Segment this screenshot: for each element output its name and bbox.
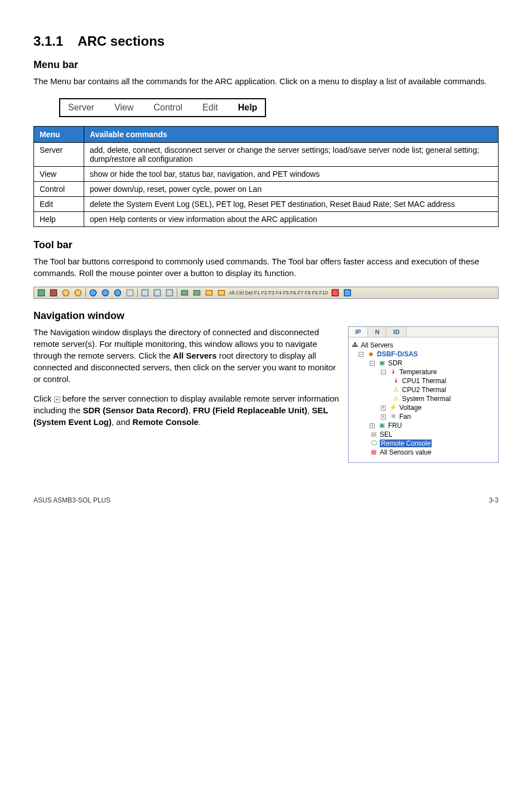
row-desc: add, delete, connect, disconnect server …	[84, 143, 499, 167]
all-servers-bold: All Servers	[173, 351, 216, 360]
table-row: Server add, delete, connect, disconnect …	[34, 143, 499, 167]
tree-node-fan[interactable]: + ✲ Fan	[351, 412, 496, 421]
table-row: Help open Help contents or view informat…	[34, 212, 499, 227]
fru-icon: ▣	[378, 422, 386, 429]
menubar-heading: Menu bar	[33, 59, 499, 71]
tree-node-all-sensors[interactable]: ▦ All Sensors value	[351, 448, 496, 457]
section-heading: 3.1.1 ARC sections	[33, 33, 499, 49]
tree-node-all-servers[interactable]: 🖧 All Servers	[351, 341, 496, 350]
section-number: 3.1.1	[33, 33, 63, 49]
server-icon: ◆	[367, 350, 375, 358]
table-row: Edit delete the System Event Log (SEL), …	[34, 197, 499, 212]
toolbar-button[interactable]	[49, 288, 59, 297]
tab-ip[interactable]: IP	[349, 327, 368, 337]
collapse-icon[interactable]: −	[359, 352, 364, 357]
tree-node-cpu2-thermal[interactable]: ⚠ CPU2 Thermal	[351, 385, 496, 394]
tab-n[interactable]: N	[368, 327, 386, 337]
toolbar-screenshot: Alt Ctrl Del F1 F2 F3 F4 F5 F6 F7 F8 F9 …	[33, 287, 499, 299]
toolbar-button[interactable]	[204, 288, 214, 297]
tree-node-sdr[interactable]: − ▣ SDR	[351, 359, 496, 368]
menubar-screenshot: Server View Control Edit Help	[59, 98, 266, 117]
row-desc: delete the System Event Log (SEL), PET l…	[84, 197, 499, 212]
toolbar-separator	[137, 288, 138, 297]
row-menu: Control	[34, 182, 84, 197]
row-desc: power down/up, reset, power cycle, power…	[84, 182, 499, 197]
console-icon: 🖵	[370, 439, 378, 447]
row-desc: show or hide the tool bar, status bar, n…	[84, 167, 499, 182]
page-footer: ASUS ASMB3-SOL PLUS 3-3	[33, 496, 499, 504]
svg-point-6	[114, 289, 120, 296]
sensors-icon: ▦	[370, 448, 378, 456]
expand-icon[interactable]: +	[381, 405, 386, 410]
toolbar-separator	[85, 288, 86, 297]
tree-node-temperature[interactable]: − 🌡 Temperature	[351, 368, 496, 376]
menubar-item-edit[interactable]: Edit	[202, 103, 218, 113]
menubar-item-view[interactable]: View	[114, 103, 133, 113]
collapse-icon[interactable]: −	[370, 361, 375, 366]
row-menu: Help	[34, 212, 84, 227]
svg-rect-1	[50, 289, 56, 296]
table-row: View show or hide the tool bar, status b…	[34, 167, 499, 182]
svg-rect-16	[344, 289, 350, 296]
collapse-icon[interactable]: −	[381, 370, 386, 375]
footer-left: ASUS ASMB3-SOL PLUS	[33, 496, 110, 504]
sdr-icon: ▣	[378, 359, 386, 367]
svg-rect-12	[194, 291, 200, 295]
thermometer-icon: 🌡	[392, 377, 400, 385]
svg-rect-11	[181, 291, 187, 295]
tree-node-voltage[interactable]: + ⚡ Voltage	[351, 403, 496, 412]
tab-id[interactable]: ID	[386, 327, 407, 337]
toolbar-button[interactable]	[61, 288, 71, 297]
nav-text-column: The Navigation window displays the direc…	[33, 326, 340, 436]
toolbar-button[interactable]	[342, 288, 352, 297]
tree-node-remote-console[interactable]: 🖵 Remote Console	[351, 439, 496, 448]
tree-body: 🖧 All Servers − ◆ DSBF-D/SAS − ▣ SDR − 🌡…	[349, 337, 498, 462]
toolbar-button[interactable]	[88, 288, 98, 297]
menubar-item-help[interactable]: Help	[238, 103, 258, 113]
toolbar-keys-text: Alt Ctrl Del F1 F2 F3 F4 F5 F6 F7 F8 F9 …	[229, 290, 328, 296]
thermometer-icon: 🌡	[389, 368, 397, 376]
tree-node-sel[interactable]: ▤ SEL	[351, 430, 496, 439]
section-title: ARC sections	[78, 33, 165, 49]
toolbar-button[interactable]	[36, 288, 46, 297]
toolbar-button[interactable]	[140, 288, 150, 297]
toolbar-separator	[177, 288, 177, 297]
toolbar-button[interactable]	[216, 288, 226, 297]
table-header-menu: Menu	[34, 127, 84, 143]
svg-rect-10	[166, 289, 172, 296]
svg-point-4	[90, 289, 96, 296]
toolbar-button[interactable]	[152, 288, 162, 297]
svg-rect-13	[206, 291, 212, 295]
sel-icon: ▤	[370, 431, 378, 438]
toolbar-button[interactable]	[180, 288, 190, 297]
menubar-item-control[interactable]: Control	[154, 103, 183, 113]
menubar-body: The Menu bar contains all the commands f…	[33, 75, 499, 87]
svg-rect-14	[218, 291, 224, 295]
toolbar-button[interactable]	[100, 288, 110, 297]
toolbar-button[interactable]	[192, 288, 202, 297]
row-menu: View	[34, 167, 84, 182]
expand-icon[interactable]: +	[381, 414, 386, 419]
warning-icon: ⚠	[392, 386, 400, 394]
toolbar-button[interactable]	[330, 288, 340, 297]
svg-rect-0	[38, 289, 44, 296]
tree-tabs: IP N ID	[349, 327, 498, 337]
toolbar-button[interactable]	[73, 288, 83, 297]
tree-node-cpu1-thermal[interactable]: 🌡 CPU1 Thermal	[351, 376, 496, 385]
warning-icon: ⚠	[392, 395, 400, 403]
voltage-icon: ⚡	[389, 404, 397, 412]
commands-table: Menu Available commands Server add, dele…	[33, 126, 499, 227]
sdr-bold: SDR (Sensor Data Record)	[83, 405, 188, 415]
nav-heading: Navigation window	[33, 310, 499, 322]
toolbar-body: The Tool bar buttons correspond to commo…	[33, 255, 499, 279]
tree-node-fru[interactable]: + ▣ FRU	[351, 421, 496, 430]
tree-node-server[interactable]: − ◆ DSBF-D/SAS	[351, 350, 496, 359]
expand-icon[interactable]: +	[370, 423, 375, 428]
toolbar-button[interactable]	[125, 288, 135, 297]
fru-bold: FRU (Field Replaceable Unit)	[193, 405, 307, 415]
tree-node-system-thermal[interactable]: ⚠ System Thermal	[351, 394, 496, 403]
svg-point-2	[62, 289, 69, 296]
toolbar-button[interactable]	[113, 288, 123, 297]
toolbar-button[interactable]	[165, 288, 175, 297]
menubar-item-server[interactable]: Server	[68, 103, 94, 113]
